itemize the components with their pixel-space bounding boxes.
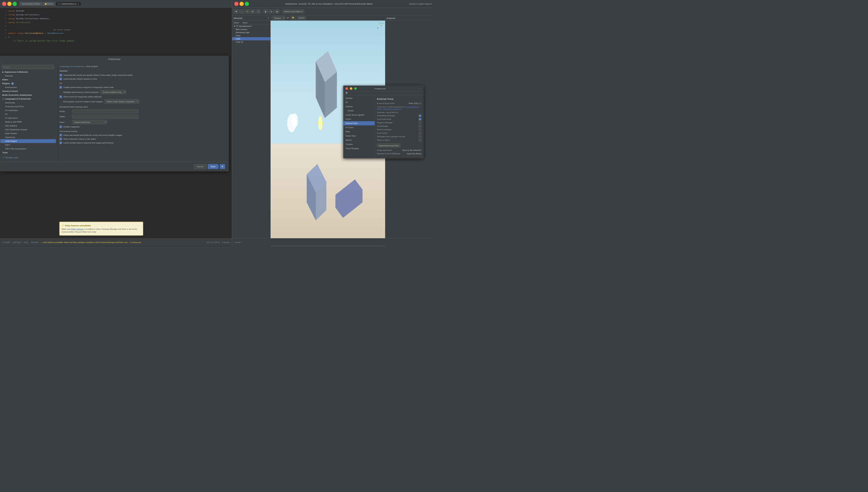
save-button[interactable]: Save: [208, 164, 219, 169]
2d-toggle[interactable]: 2D: [287, 17, 289, 19]
hierarchy-item-cube[interactable]: Cube: [232, 37, 271, 41]
ext-pref-search[interactable]: Search: [344, 138, 375, 142]
ext-max-btn[interactable]: [354, 87, 357, 90]
sidebar-item-editor[interactable]: Editor: [0, 78, 56, 82]
check-registry[interactable]: [419, 122, 421, 124]
check-embedded[interactable]: [419, 115, 421, 117]
checkbox-parse[interactable]: [60, 134, 62, 137]
check-local[interactable]: [419, 118, 421, 120]
gutter-dropdown[interactable]: When Code Vision is disabled: [105, 100, 139, 104]
checkbox-cache[interactable]: [60, 142, 62, 144]
hierarchy-item-directional-light[interactable]: Directional Light: [232, 31, 271, 34]
check-builtin[interactable]: [419, 128, 421, 131]
rect-tool[interactable]: ▭: [256, 9, 260, 14]
hierarchy-item-main-camera[interactable]: Main Camera: [232, 28, 271, 31]
editor-link[interactable]: Editor: [377, 108, 382, 110]
hierarchy-item-plane[interactable]: Plane: [232, 34, 271, 37]
sidebar-item-build[interactable]: Build, Execution, Deployment: [0, 93, 56, 97]
ext-pref-analysis[interactable]: Analysis: [344, 104, 375, 109]
checkbox-icons[interactable]: [60, 96, 62, 98]
ext-pref-timeline[interactable]: Timeline: [344, 142, 375, 146]
ext-min-btn[interactable]: [350, 87, 352, 90]
ext-close-btn[interactable]: [346, 87, 348, 90]
ext-pref-general[interactable]: General: [344, 96, 375, 100]
sidebar-item-sql-dialects[interactable]: SQL Dialects: [0, 124, 56, 128]
scale-tool[interactable]: ⊞: [250, 9, 255, 14]
ext-pref-2d[interactable]: 2D: [344, 100, 375, 104]
ext-search-input[interactable]: [349, 92, 421, 95]
ext-pref-external-tools[interactable]: External Tools: [344, 121, 375, 125]
status-terminal[interactable]: Terminal: [31, 241, 38, 243]
maximize-button[interactable]: [13, 2, 17, 6]
project-settings-link[interactable]: Project Settings: [406, 106, 419, 108]
check-unknown[interactable]: [419, 135, 421, 138]
ext-pref-visual-scripting[interactable]: Visual Scripting: [344, 146, 375, 150]
unity-close-button[interactable]: [234, 2, 238, 6]
ext-pref-rider[interactable]: Rider: [344, 130, 375, 134]
transform-tool[interactable]: ✚: [234, 9, 238, 14]
ext-pref-profiler[interactable]: Profiler: [344, 109, 375, 113]
help-icon[interactable]: ?: [2, 156, 4, 159]
sidebar-item-xslt[interactable]: XSLT: [0, 143, 56, 147]
check-git[interactable]: [419, 125, 421, 127]
tab-assets[interactable]: 📁 Assets: [43, 2, 56, 6]
unity-minimize-button[interactable]: [240, 2, 244, 6]
sidebar-item-sql-resolution[interactable]: SQL Resolution Scopes: [0, 128, 56, 132]
unity-maximize-button[interactable]: [245, 2, 249, 6]
check-tarball[interactable]: [419, 132, 421, 134]
sidebar-item-style-sheets[interactable]: Style Sheets: [0, 132, 56, 135]
tab-file-collisiondetect[interactable]: C# CollisionDetect.cs ✕: [56, 2, 81, 6]
ext-pref-cache[interactable]: Cache Server (global): [344, 113, 375, 117]
ext-pref-colors[interactable]: Colors: [344, 117, 375, 121]
sidebar-item-csharp-interactive[interactable]: C# Interactive: [0, 109, 56, 112]
hierarchy-menu[interactable]: ⋮: [267, 17, 269, 19]
rider-package-link[interactable]: Rider package: [71, 228, 83, 230]
checkbox-inspection[interactable]: [60, 126, 62, 128]
hierarchy-item-sample-scene[interactable]: ▼ 🎬 SampleScene*: [232, 25, 271, 28]
hierarchy-item-cube-1[interactable]: Cube (1): [232, 41, 271, 44]
ext-pref-scene-view[interactable]: Scene View: [344, 134, 375, 138]
close-button[interactable]: [2, 2, 6, 6]
regenerate-btn[interactable]: Regenerate project files: [377, 144, 400, 147]
gizmos-btn[interactable]: Gizmos: [297, 16, 306, 20]
additional-ext-link[interactable]: Additional extensions: [383, 108, 402, 110]
tab-assembly-csharp[interactable]: 🔧 Assembly-CSharp: [20, 2, 42, 6]
preferences-search-input[interactable]: [2, 65, 54, 69]
sidebar-item-keymap[interactable]: Keymap: [0, 74, 56, 78]
checkbox-performance[interactable]: [60, 86, 62, 89]
status-todo[interactable]: ☑ TODO: [2, 241, 10, 243]
sidebar-item-nodejs[interactable]: Node.js and NPM: [0, 120, 56, 124]
shaded-dropdown[interactable]: Shaded: [272, 16, 285, 20]
sidebar-item-javascript[interactable]: JavaScript: [0, 101, 56, 105]
save-dropdown-button[interactable]: ▼: [220, 164, 225, 169]
ext-pref-gi-cache[interactable]: GI Cache: [344, 125, 375, 130]
sidebar-item-schemas[interactable]: Schemas and DTDs: [0, 105, 56, 109]
checkbox-refresh[interactable]: [60, 78, 62, 80]
step-button[interactable]: ⏭: [274, 9, 280, 13]
status-unit-tests[interactable]: Unit Tests: [13, 241, 21, 243]
sidebar-item-unity-engine[interactable]: Unity Engine: [0, 139, 56, 143]
sidebar-item-xslt-file[interactable]: XSLT File Associations: [0, 147, 56, 151]
rotate-tool[interactable]: ↻: [245, 9, 250, 14]
sidebar-item-languages[interactable]: ▼ Languages & Frameworks: [0, 97, 56, 101]
manage-layers-btn[interactable]: Manage Layers: [5, 156, 19, 159]
move-tool[interactable]: ↔: [239, 9, 244, 13]
scene-tab[interactable]: Scene: [234, 22, 239, 24]
sidebar-item-fsharp[interactable]: F#: [0, 112, 56, 116]
prefix-input[interactable]: [72, 110, 139, 113]
cancel-button[interactable]: Cancel: [194, 164, 206, 169]
game-tab[interactable]: Game: [242, 22, 248, 24]
play-button[interactable]: ▶: [264, 9, 268, 14]
sidebar-item-appearance[interactable]: ▶ Appearance & Behavior: [0, 70, 56, 74]
attach-to-editor-btn[interactable]: Attach to Unity Editor ▼: [282, 10, 304, 14]
breadcrumb-languages[interactable]: Languages & Frameworks: [60, 65, 84, 68]
minimize-button[interactable]: [7, 2, 12, 6]
status-unity[interactable]: Unity: [24, 241, 28, 243]
checkbox-install[interactable]: [60, 74, 62, 76]
lighting-btn[interactable]: 💡: [290, 16, 295, 20]
sidebar-item-tools[interactable]: Tools: [0, 151, 56, 155]
check-player[interactable]: [419, 139, 421, 141]
sidebar-item-fsharp-interactive[interactable]: F# Interactive: [0, 116, 56, 120]
ext-pref-menu[interactable]: ⋯: [419, 87, 421, 90]
checkbox-inspector[interactable]: [60, 138, 62, 140]
